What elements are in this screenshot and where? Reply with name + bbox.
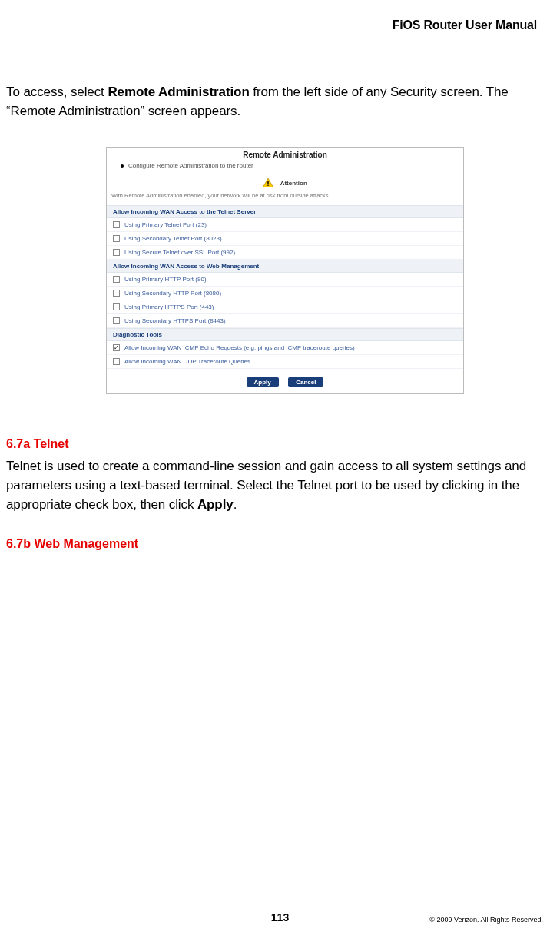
checkbox-icon[interactable] <box>113 290 120 297</box>
screenshot-subtitle: Configure Remote Administration to the r… <box>107 161 463 174</box>
checkbox-icon[interactable] <box>113 235 120 242</box>
section-header-telnet: Allow Incoming WAN Access to the Telnet … <box>107 205 463 218</box>
warning-icon <box>263 177 273 191</box>
heading-67a: 6.7a Telnet <box>6 437 537 451</box>
bullet-icon <box>121 164 124 168</box>
p67a-post: . <box>234 497 237 512</box>
checkbox-label: Using Secondary HTTPS Port (8443) <box>124 317 226 324</box>
attention-block: Attention <box>107 174 463 191</box>
checkbox-icon[interactable] <box>113 303 120 310</box>
svg-rect-1 <box>268 181 269 184</box>
heading-67b: 6.7b Web Management <box>6 537 537 551</box>
attention-text: With Remote Administration enabled, your… <box>107 191 463 205</box>
apply-button[interactable]: Apply <box>247 377 279 387</box>
checkbox-label: Allow Incoming WAN UDP Traceroute Querie… <box>124 358 250 365</box>
checkbox-label: Using Secondary Telnet Port (8023) <box>124 235 222 242</box>
intro-bold: Remote Administration <box>108 85 249 99</box>
checkbox-icon[interactable]: ✓ <box>113 344 120 351</box>
screenshot-subtitle-text: Configure Remote Administration to the r… <box>128 162 253 169</box>
attention-label: Attention <box>280 180 307 187</box>
checkbox-row[interactable]: ✓Allow Incoming WAN ICMP Echo Requests (… <box>107 341 463 355</box>
cancel-button[interactable]: Cancel <box>288 377 323 387</box>
intro-pre: To access, select <box>6 85 108 99</box>
section-header-web: Allow Incoming WAN Access to Web-Managem… <box>107 260 463 273</box>
svg-rect-2 <box>268 185 269 186</box>
checkbox-icon[interactable] <box>113 221 120 228</box>
checkbox-label: Using Primary HTTP Port (80) <box>124 276 207 283</box>
checkbox-icon[interactable] <box>113 317 120 324</box>
p67a-bold: Apply <box>197 497 234 512</box>
screenshot-panel: Remote Administration Configure Remote A… <box>106 147 464 394</box>
p67a-pre: Telnet is used to create a command-line … <box>6 459 526 511</box>
checkbox-row[interactable]: Using Secondary Telnet Port (8023) <box>107 232 463 246</box>
checkbox-label: Using Primary HTTPS Port (443) <box>124 303 214 310</box>
checkbox-row[interactable]: Using Primary HTTP Port (80) <box>107 273 463 287</box>
checkbox-label: Using Secondary HTTP Port (8080) <box>124 290 221 297</box>
checkbox-label: Allow Incoming WAN ICMP Echo Requests (e… <box>124 344 355 351</box>
checkbox-row[interactable]: Allow Incoming WAN UDP Traceroute Querie… <box>107 355 463 369</box>
section-header-diagnostic: Diagnostic Tools <box>107 328 463 341</box>
screenshot-title: Remote Administration <box>107 148 463 161</box>
checkbox-icon[interactable] <box>113 249 120 256</box>
checkbox-label: Using Secure Telnet over SSL Port (992) <box>124 249 235 256</box>
intro-paragraph: To access, select Remote Administration … <box>6 83 537 121</box>
checkbox-row[interactable]: Using Secondary HTTP Port (8080) <box>107 287 463 300</box>
checkbox-icon[interactable] <box>113 276 120 283</box>
checkbox-row[interactable]: Using Primary Telnet Port (23) <box>107 218 463 232</box>
copyright: © 2009 Verizon. All Rights Reserved. <box>429 916 543 924</box>
paragraph-67a: Telnet is used to create a command-line … <box>6 457 537 514</box>
document-header: FiOS Router User Manual <box>6 18 537 32</box>
page: FiOS Router User Manual To access, selec… <box>0 0 560 942</box>
checkbox-label: Using Primary Telnet Port (23) <box>124 221 207 228</box>
checkbox-icon[interactable] <box>113 358 120 365</box>
button-row: Apply Cancel <box>107 369 463 393</box>
checkbox-row[interactable]: Using Secure Telnet over SSL Port (992) <box>107 246 463 260</box>
checkbox-row[interactable]: Using Secondary HTTPS Port (8443) <box>107 314 463 328</box>
checkbox-row[interactable]: Using Primary HTTPS Port (443) <box>107 300 463 314</box>
